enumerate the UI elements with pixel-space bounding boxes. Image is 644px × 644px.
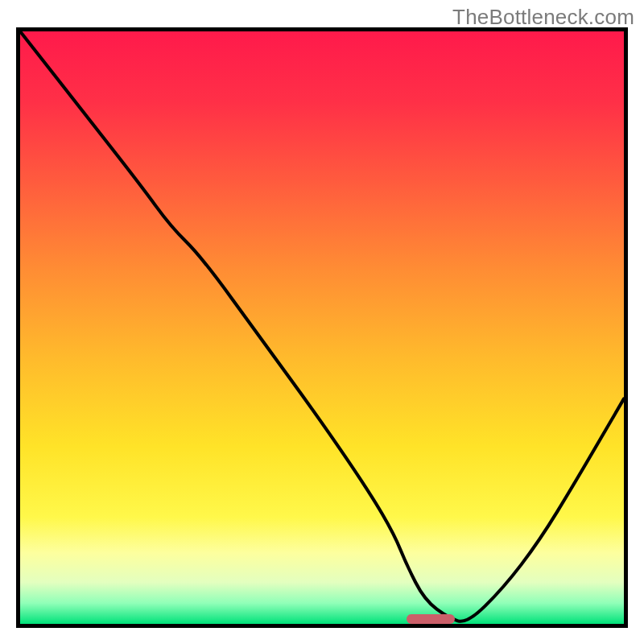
optimal-marker [407, 614, 455, 624]
watermark-text: TheBottleneck.com [452, 5, 634, 30]
bottleneck-curve-path [20, 31, 624, 621]
curve-layer [20, 31, 624, 624]
plot-area [16, 27, 628, 628]
chart-stage: TheBottleneck.com [0, 0, 644, 644]
